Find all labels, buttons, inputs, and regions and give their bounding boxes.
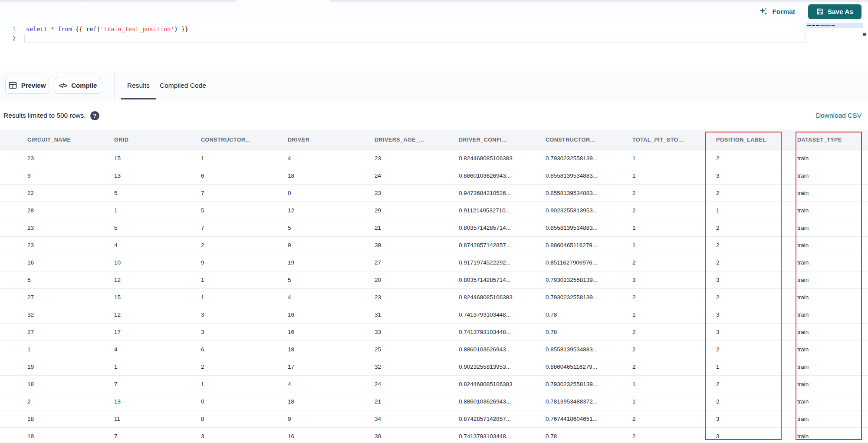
table-cell: 0.8035714285714... (453, 225, 540, 231)
table-cell: 4 (282, 155, 369, 162)
table-cell: 18 (282, 346, 369, 353)
column-header-drivers-age-: DRIVERS_AGE_... (369, 137, 453, 143)
table-cell: 6 (195, 346, 282, 353)
table-grid-icon (9, 82, 17, 89)
table-cell: 3 (710, 277, 792, 283)
table-cell: 1 (627, 155, 710, 162)
table-cell: 7 (108, 433, 195, 440)
column-header-grid: GRID (108, 137, 195, 143)
table-cell: 7 (195, 190, 282, 196)
tab-results[interactable]: Results (127, 72, 150, 99)
table-cell: train (792, 381, 864, 387)
table-row: 197316300.7413793103448...0.7823train (0, 428, 868, 443)
table-cell: 1 (195, 277, 282, 283)
help-icon[interactable]: ? (90, 111, 99, 120)
column-header-driver: DRIVER (282, 137, 369, 143)
table-cell: 4 (282, 294, 369, 301)
table-cell: 3 (627, 277, 710, 283)
table-cell: 27 (369, 259, 453, 266)
table-cell: train (792, 155, 864, 162)
table-cell: 2 (627, 190, 710, 196)
table-cell: 0.9473684210526... (453, 190, 540, 196)
table-cell: 29 (369, 207, 453, 214)
table-cell: 23 (369, 294, 453, 301)
table-cell: 19 (22, 364, 108, 370)
tab-compiled-code[interactable]: Compiled Code (160, 72, 206, 99)
table-cell: 16 (282, 311, 369, 318)
table-cell: 23 (22, 242, 108, 248)
table-cell: 0 (195, 398, 282, 405)
table-cell: 16 (282, 433, 369, 440)
table-cell: 27 (22, 294, 108, 301)
table-cell: 3 (710, 433, 792, 440)
format-button[interactable]: Format (759, 7, 795, 16)
compile-button-label: Compile (71, 82, 97, 89)
editor-minimap[interactable] (806, 23, 863, 28)
table-cell: 31 (369, 311, 453, 318)
table-cell: 2 (710, 259, 792, 266)
table-row: 231514230.8244680851063830.7930232558139… (0, 150, 868, 167)
table-cell: 0.8860465116279... (540, 364, 627, 370)
table-cell: 19 (282, 259, 369, 266)
table-cell: 5 (282, 225, 369, 231)
line-number-2: 2 (0, 34, 16, 43)
table-cell: train (792, 225, 864, 231)
table-cell: 7 (195, 225, 282, 231)
line-number-1: 1 (0, 25, 16, 34)
table-cell: 0.9112149532710... (453, 207, 540, 214)
table-cell: 13 (108, 172, 195, 179)
table-cell: 0.8558139534883... (540, 346, 627, 353)
table-cell: 0.8558139534883... (540, 225, 627, 231)
table-cell: train (792, 277, 864, 283)
table-cell: 12 (108, 277, 195, 283)
download-csv-link[interactable]: Download CSV (816, 112, 861, 119)
table-cell: 0.8860465116279... (540, 242, 627, 248)
table-cell: 8 (195, 416, 282, 422)
table-cell: 24 (369, 381, 453, 387)
table-cell: 2 (710, 190, 792, 196)
table-cell: 4 (108, 346, 195, 353)
table-cell: 22 (22, 190, 108, 196)
table-cell: train (792, 433, 864, 440)
save-as-button[interactable]: Save As (808, 4, 861, 19)
table-cell: 0.7930232558139... (540, 294, 627, 301)
table-cell: train (792, 364, 864, 370)
table-cell: 9 (282, 242, 369, 248)
results-table: CIRCUIT_NAMEGRIDCONSTRUCTOR...DRIVERDRIV… (0, 130, 868, 443)
table-cell: 4 (108, 242, 195, 248)
table-cell: 1 (627, 225, 710, 231)
active-line-highlight[interactable] (24, 34, 806, 43)
table-row: 213018210.8860103626943...0.781395348837… (0, 393, 868, 410)
code-editor[interactable]: 1 2 select * from {{ ref('train_test_pos… (0, 21, 868, 72)
table-cell: 1 (627, 381, 710, 387)
table-row: 913618240.8860103626943...0.855813953488… (0, 167, 868, 185)
code-line-1[interactable]: select * from {{ ref('train_test_positio… (26, 25, 188, 33)
table-row: 18714240.8244680851063830.7930232558139.… (0, 376, 868, 393)
table-cell: 0.7413793103448... (453, 329, 540, 335)
table-cell: 15 (108, 294, 195, 301)
table-cell: 4 (282, 381, 369, 387)
table-cell: 5 (195, 207, 282, 214)
table-cell: 0.8742857142857... (453, 416, 540, 422)
table-cell: 5 (108, 190, 195, 196)
minimap-mark (820, 25, 832, 26)
table-cell: 30 (369, 433, 453, 440)
table-cell: 2 (710, 155, 792, 162)
table-cell: 1 (627, 398, 710, 405)
preview-button[interactable]: Preview (5, 77, 49, 94)
table-row: 51215200.8035714285714...0.7930232558139… (0, 271, 868, 289)
table-cell: 7 (108, 381, 195, 387)
table-row: 23575210.8035714285714...0.8558139534883… (0, 219, 868, 237)
table-cell: train (792, 207, 864, 214)
table-cell: 10 (108, 259, 195, 266)
table-body: 231514230.8244680851063830.7930232558139… (0, 150, 868, 443)
table-cell: train (792, 329, 864, 335)
table-cell: 23 (369, 190, 453, 196)
table-cell: 13 (108, 398, 195, 405)
table-cell: 27 (22, 329, 108, 335)
table-cell: 34 (369, 416, 453, 422)
table-cell: 3 (195, 433, 282, 440)
compile-button[interactable]: </> Compile (55, 77, 101, 94)
table-cell: 1 (627, 311, 710, 318)
table-cell: 3 (710, 311, 792, 318)
